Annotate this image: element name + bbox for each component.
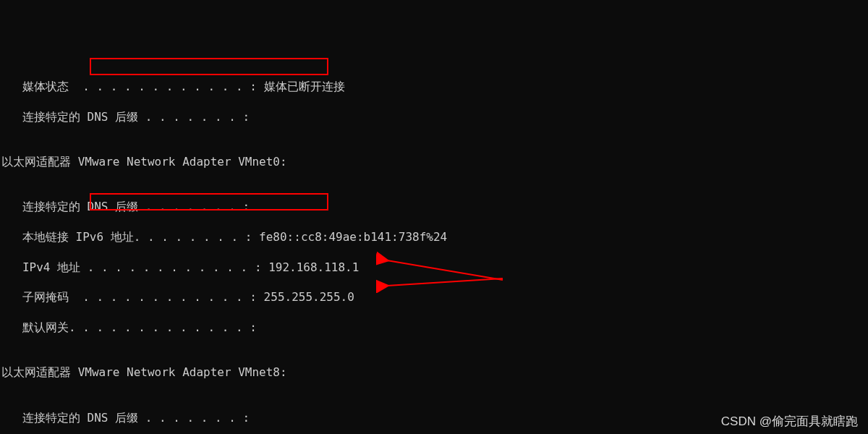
adapter-heading-vmnet0: 以太网适配器 VMware Network Adapter VMnet0: [1,155,867,170]
ipv6-line: 本地链接 IPv6 地址. . . . . . . . : fe80::cc8:… [1,230,867,245]
subnet-line: 子网掩码 . . . . . . . . . . . . : 255.255.2… [1,290,867,305]
media-status-line: 媒体状态 . . . . . . . . . . . . : 媒体已断开连接 [1,80,867,95]
adapter-prefix: 以太网适配器 [1,155,78,169]
adapter-name-vmnet0: VMware Network Adapter VMnet0: [78,155,287,169]
ipv4-line: IPv4 地址 . . . . . . . . . . . . : 192.16… [1,260,867,276]
watermark: CSDN @偷完面具就瞎跑 [721,414,858,430]
dns-suffix-line: 连接特定的 DNS 后缀 . . . . . . . : [1,110,867,125]
dns-suffix-line: 连接特定的 DNS 后缀 . . . . . . . : [1,200,867,215]
adapter-prefix: 以太网适配器 [1,365,78,379]
adapter-heading-vmnet8: 以太网适配器 VMware Network Adapter VMnet8: [1,365,867,380]
adapter-name-vmnet8: VMware Network Adapter VMnet8: [78,365,287,379]
terminal-output: 媒体状态 . . . . . . . . . . . . : 媒体已断开连接 连… [1,64,867,434]
gateway-line: 默认网关. . . . . . . . . . . . . : [1,320,867,336]
